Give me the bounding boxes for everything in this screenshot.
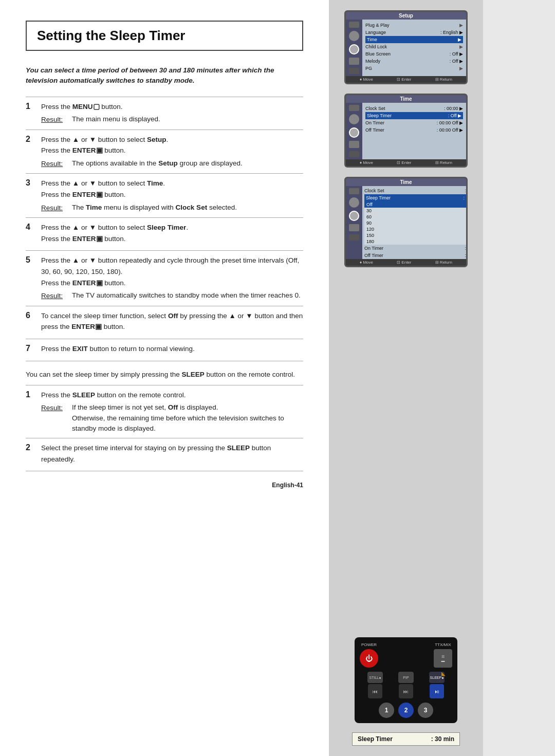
tv-icon-3b: [349, 197, 359, 208]
sleep-btn-icon[interactable]: ⏯: [430, 684, 444, 698]
tv-nav-return-1: ⊟ Return: [435, 77, 452, 82]
result2-text-1: If the sleep timer is not yet set, Off i…: [72, 402, 303, 434]
tv-menu-row-2-clock: Clock Set: 00:00 ▶: [365, 105, 463, 112]
step-2-result: Result: The options available in the Set…: [41, 158, 303, 170]
sleep-timer-display: Sleep Timer : 30 min: [352, 732, 460, 746]
step-5-instruction: Press the ▲ or ▼ button repeatedly and c…: [41, 255, 303, 288]
tv-bottom-bar-2: ♦ Move ⊡ Enter ⊟ Return: [346, 159, 466, 166]
step-num-4: 4: [26, 222, 36, 232]
tv-nav-return-2: ⊟ Return: [435, 160, 452, 165]
tv-menu-2: Clock Set: 00:00 ▶ Sleep Timer: Off ▶ On…: [362, 103, 466, 159]
dropdown-60: 60: [364, 214, 466, 220]
step-content-4: Press the ▲ or ▼ button to select Sleep …: [41, 222, 303, 246]
step2-num-1: 1: [26, 390, 36, 399]
tv-icon-2c: [349, 127, 359, 138]
step2-content-2: Select the preset time interval for stay…: [41, 442, 303, 467]
tv-icon-1c: [349, 44, 359, 54]
tv-icon-3a: [349, 188, 359, 194]
remote-top-row: POWER ⏻ TTX/MIX ☰▬: [360, 642, 452, 668]
tv-icon-2d: [349, 141, 359, 148]
ttx-button[interactable]: ☰▬: [434, 649, 452, 668]
step-num-2: 2: [26, 134, 36, 144]
pip-btn-icon[interactable]: ⏭: [399, 684, 413, 698]
dropdown-off: Off: [364, 201, 466, 208]
step-content-5: Press the ▲ or ▼ button repeatedly and c…: [41, 255, 303, 301]
remote-control: POWER ⏻ TTX/MIX ☰▬ STILL● ⏮ PIP ⏭ SLEEP●…: [355, 637, 457, 723]
step-2-instruction: Press the ▲ or ▼ button to select Setup.…: [41, 134, 303, 156]
step-row-4: 4 Press the ▲ or ▼ button to select Slee…: [26, 218, 303, 251]
step-7-instruction: Press the EXIT button to return to norma…: [41, 343, 303, 355]
tv-menu-row-1-lang: Language: English ▶: [365, 29, 463, 36]
tv-menu-row-3-offtimer: Off Timer:: [364, 252, 466, 259]
main-content: Setting the Sleep Timer You can select a…: [0, 0, 329, 756]
tv-bottom-bar-3: ♦ Move ⊡ Enter ⊟ Return: [346, 259, 466, 266]
result-label-1: Result:: [41, 114, 68, 125]
tv-icon-2b: [349, 114, 359, 124]
title-box: Setting the Sleep Timer: [26, 21, 303, 51]
tv-icon-2a: [349, 105, 359, 111]
tv-icon-3c: [349, 211, 359, 221]
tv-menu-row-1-melody: Melody: Off ▶: [365, 58, 463, 65]
sleep-button[interactable]: SLEEP●: [429, 672, 445, 683]
num-btn-1[interactable]: 1: [379, 703, 394, 718]
num-btn-3[interactable]: 3: [418, 703, 433, 718]
dropdown-120: 120: [364, 226, 466, 232]
tv-menu-row-2-ontimer: On Timer: 00:00 Off ▶: [365, 119, 463, 126]
num-btn-2[interactable]: 2: [398, 703, 414, 718]
tv-icon-1e: [349, 68, 359, 74]
tv-nav-enter-2: ⊡ Enter: [397, 160, 411, 165]
tv-sidebar-3: [346, 186, 362, 259]
step-row-1: 1 Press the MENU▢ button. Result: The ma…: [26, 97, 303, 130]
tv-icon-2e: [349, 151, 359, 157]
tv-sidebar-2: [346, 103, 362, 159]
step-content-7: Press the EXIT button to return to norma…: [41, 343, 303, 357]
tv-screen-2: Time Clock Set: 00:00 ▶ Sleep Timer: Off…: [344, 94, 468, 168]
step2-1-instruction: Press the SLEEP button on the remote con…: [41, 390, 303, 401]
tv-nav-move-3: ♦ Move: [360, 260, 373, 265]
ttx-label: TTX/MIX: [435, 642, 451, 647]
remote-mid-row: STILL● ⏮ PIP ⏭ SLEEP● ⏯: [360, 672, 452, 698]
sleep-timer-value: : 30 min: [431, 735, 454, 743]
step-content-3: Press the ▲ or ▼ button to select Time.P…: [41, 178, 303, 213]
step-3-instruction: Press the ▲ or ▼ button to select Time.P…: [41, 178, 303, 200]
intro-text: You can select a time period of between …: [26, 65, 303, 86]
step-num-1: 1: [26, 101, 36, 111]
tv-nav-move-2: ♦ Move: [360, 160, 373, 165]
still-button[interactable]: STILL●: [367, 672, 383, 683]
tv-menu-row-1-time: Time▶: [365, 36, 463, 43]
tv-sidebar-1: [346, 20, 362, 76]
tv-menu-row-3-clock: Clock Set:: [364, 187, 466, 194]
step2-1-result: Result: If the sleep timer is not yet se…: [41, 402, 303, 434]
step-content-2: Press the ▲ or ▼ button to select Setup.…: [41, 134, 303, 170]
step-num-5: 5: [26, 255, 36, 265]
steps-section: 1 Press the MENU▢ button. Result: The ma…: [26, 97, 303, 361]
sleep-timer-label: Sleep Timer: [358, 735, 393, 743]
step-4-instruction: Press the ▲ or ▼ button to select Sleep …: [41, 222, 303, 244]
tv-icon-1d: [349, 58, 359, 65]
dropdown-180: 180: [364, 238, 466, 245]
tv-menu-row-1-child: Child Lock▶: [365, 43, 463, 50]
tv-screen-1: Setup Plug & Play▶ Language: English ▶ T…: [344, 10, 468, 84]
step-row-5: 5 Press the ▲ or ▼ button repeatedly and…: [26, 251, 303, 306]
still-btn-icon[interactable]: ⏮: [368, 684, 382, 698]
tv-menu-row-3-sleep: Sleep Timer:: [364, 194, 466, 201]
dropdown-30: 30: [364, 208, 466, 214]
tv-menu-row-1-plug: Plug & Play▶: [365, 22, 463, 29]
tv-icon-1a: [349, 22, 359, 28]
result-text-3: The Time menu is displayed with Clock Se…: [72, 202, 237, 214]
step-num-6: 6: [26, 310, 36, 320]
right-panel: Setup Plug & Play▶ Language: English ▶ T…: [329, 0, 483, 756]
dropdown-90: 90: [364, 220, 466, 226]
tv-screen-3-title: Time: [346, 178, 466, 186]
pip-button[interactable]: PIP: [398, 672, 414, 683]
page-number: English-41: [26, 471, 303, 489]
result2-label-1: Result:: [41, 402, 68, 434]
tv-menu-row-3-ontimer: On Timer:: [364, 245, 466, 252]
tv-screen-1-title: Setup: [346, 12, 466, 20]
power-button[interactable]: ⏻: [360, 649, 378, 668]
tv-icon-3d: [349, 224, 359, 231]
step-row-7: 7 Press the EXIT button to return to nor…: [26, 339, 303, 361]
tv-menu-row-1-pg: PG▶: [365, 65, 463, 72]
remote-num-row: 1 2 3: [379, 703, 433, 718]
tv-menu-3: Clock Set: Sleep Timer: Off 30 60 90 120…: [362, 186, 466, 259]
